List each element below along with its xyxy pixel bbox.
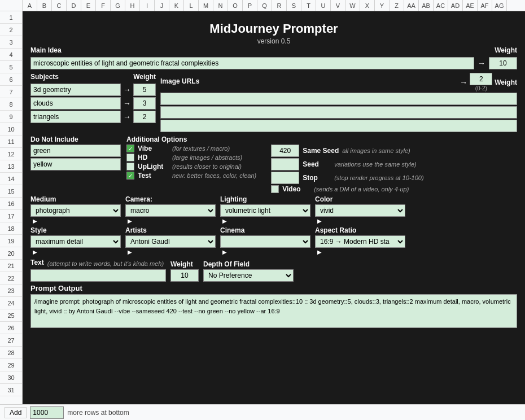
row-14: 14 — [0, 173, 22, 185]
subjects-label: Subjects — [30, 73, 121, 81]
aspect-ratio-block: Aspect Ratio 16:9 → Modern HD sta 1:1 → … — [315, 226, 405, 256]
row-4: 4 — [0, 49, 22, 61]
same-seed-input[interactable] — [271, 145, 299, 157]
color-block: Color vivid muted monochrome warm cool ▶ — [315, 195, 405, 225]
same-seed-block: Same Seed all images in same style) Seed… — [271, 145, 423, 193]
medium-play-btn[interactable]: ▶ — [30, 217, 40, 225]
video-checkbox[interactable] — [271, 185, 279, 193]
style-select[interactable]: maximum detail minimalist abstract reali… — [30, 235, 121, 248]
row-1: 1 — [0, 11, 22, 24]
dof-label: Depth Of Field — [203, 260, 294, 268]
col-k: K — [169, 0, 184, 11]
cinema-play-btn[interactable]: ▶ — [220, 248, 229, 256]
row-12: 12 — [0, 148, 22, 160]
text-input[interactable] — [30, 269, 166, 282]
stop-input[interactable] — [271, 172, 299, 184]
col-ac: AC — [434, 0, 448, 11]
image-url-input-2[interactable] — [160, 106, 517, 119]
col-x: X — [360, 0, 375, 11]
subject-weight-2[interactable] — [133, 97, 156, 110]
camera-select[interactable]: macro wide angle telephoto fisheye portr… — [125, 204, 216, 217]
subject-input-1[interactable] — [30, 84, 121, 96]
vibe-checkbox[interactable]: ✓ — [126, 145, 134, 152]
seed-row: Seed variations use the same style) — [271, 158, 423, 170]
dni-input-2[interactable] — [30, 158, 121, 170]
col-ab: AB — [419, 0, 434, 11]
col-ad: AD — [448, 0, 463, 11]
main-idea-arrow: → — [478, 59, 485, 68]
row-6: 6 — [0, 73, 22, 86]
test-desc: new: better faces, color, clean) — [172, 172, 256, 179]
color-label: Color — [315, 195, 405, 203]
subjects-weight-label: Weight — [133, 73, 156, 82]
lighting-select[interactable]: volumetric light natural light studio li… — [220, 204, 310, 217]
artists-block: Artists Antoni Gaudí Leonardo da Vinci S… — [125, 226, 216, 256]
column-headers: A B C D E F G H I J K L M N O P Q R S T … — [0, 0, 525, 11]
do-not-include-label: Do Not Include — [30, 135, 78, 143]
row-5: 5 — [0, 61, 22, 73]
text-block: Text (attempt to write words, but it's k… — [30, 259, 166, 282]
seed-label: Seed — [303, 160, 331, 168]
style-play-btn[interactable]: ▶ — [30, 248, 40, 256]
image-urls-block: Image URLs → (0-2) Weight — [160, 73, 517, 133]
app-version: version 0.5 — [30, 37, 517, 45]
main-idea-weight-input[interactable] — [489, 57, 517, 69]
dni-input-1[interactable] — [30, 145, 121, 157]
main-idea-input[interactable] — [30, 57, 474, 69]
aspect-ratio-play-btn[interactable]: ▶ — [315, 248, 324, 256]
col-n: N — [213, 0, 228, 11]
medium-label: Medium — [30, 195, 121, 203]
col-ag: AG — [492, 0, 507, 11]
app-title: MidJourney Prompter — [30, 21, 517, 36]
col-h: H — [125, 0, 140, 11]
col-y: Y — [375, 0, 390, 11]
cinema-select[interactable]: Cinematic Epic Documentary Noir — [220, 235, 310, 248]
row-3: 3 — [0, 36, 22, 49]
image-url-input-3[interactable] — [160, 120, 517, 132]
row-28: 28 — [0, 347, 22, 359]
lighting-play-btn[interactable]: ▶ — [220, 217, 229, 225]
rows-text: more rows at bottom — [67, 409, 129, 417]
row-15: 15 — [0, 185, 22, 198]
color-select[interactable]: vivid muted monochrome warm cool — [315, 204, 405, 217]
cinema-label: Cinema — [220, 226, 310, 234]
subject-input-3[interactable] — [30, 111, 121, 123]
dof-select[interactable]: No Preference Shallow Deep Bokeh Tilt-sh… — [203, 269, 294, 282]
app-content: MidJourney Prompter version 0.5 Main Ide… — [23, 11, 525, 404]
col-l: L — [184, 0, 199, 11]
sheet-body: 1 2 3 4 5 6 7 8 9 10 11 12 13 14 15 16 1… — [0, 11, 525, 404]
stop-desc: (stop render progress at 10-100) — [334, 174, 423, 181]
aspect-ratio-select[interactable]: 16:9 → Modern HD sta 1:1 → Square 4:3 → … — [315, 235, 405, 248]
option-vibe: ✓ Vibe (for textures / macro) — [126, 145, 256, 152]
subject-input-2[interactable] — [30, 97, 121, 110]
text-weight-input[interactable] — [170, 269, 199, 282]
col-o: O — [228, 0, 243, 11]
subjects-block: Subjects Weight → → — [30, 73, 156, 123]
uplight-checkbox[interactable] — [126, 163, 134, 170]
artists-play-btn[interactable]: ▶ — [125, 248, 134, 256]
hd-checkbox[interactable] — [126, 154, 134, 161]
col-u: U — [316, 0, 331, 11]
row-17: 17 — [0, 210, 22, 222]
add-button[interactable]: Add — [5, 407, 27, 418]
seed-input[interactable] — [271, 158, 299, 170]
rows-input[interactable] — [30, 406, 64, 419]
spreadsheet-wrapper: A B C D E F G H I J K L M N O P Q R S T … — [0, 0, 525, 420]
color-play-btn[interactable]: ▶ — [315, 217, 324, 225]
test-checkbox[interactable]: ✓ — [126, 172, 134, 180]
stop-row: Stop (stop render progress at 10-100) — [271, 172, 423, 184]
col-w: W — [345, 0, 360, 11]
camera-play-btn[interactable]: ▶ — [125, 217, 134, 225]
subject-weight-3[interactable] — [133, 111, 156, 123]
row-23: 23 — [0, 285, 22, 297]
option-test: ✓ Test new: better faces, color, clean) — [126, 172, 256, 180]
text-sublabel: (attempt to write words, but it's kinda … — [47, 260, 164, 267]
image-url-input-1[interactable] — [160, 93, 517, 105]
image-urls-weight-input[interactable] — [470, 73, 492, 85]
medium-block: Medium photograph painting digital art s… — [30, 195, 121, 225]
col-aa: AA — [404, 0, 419, 11]
artists-select[interactable]: Antoni Gaudí Leonardo da Vinci Salvador … — [125, 235, 216, 248]
row-13: 13 — [0, 160, 22, 173]
subject-weight-1[interactable] — [133, 84, 156, 96]
medium-select[interactable]: photograph painting digital art sketch 3… — [30, 204, 121, 217]
